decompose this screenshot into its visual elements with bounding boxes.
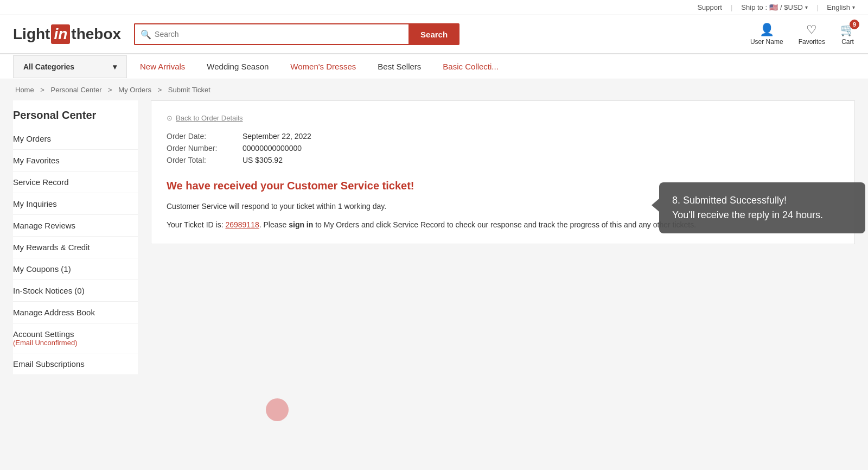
- logo-in: in: [51, 24, 70, 44]
- breadcrumb: Home > Personal Center > My Orders > Sub…: [0, 79, 868, 100]
- nav-link-wedding-season[interactable]: Wedding Season: [207, 54, 269, 79]
- user-account[interactable]: 👤 User Name: [750, 23, 783, 46]
- user-name-label: User Name: [750, 38, 783, 46]
- order-info: Order Date: September 22, 2022 Order Num…: [167, 132, 839, 164]
- favorites-label: Favorites: [799, 38, 825, 46]
- user-icon: 👤: [760, 23, 774, 37]
- all-categories-button[interactable]: All Categories ▾: [13, 55, 127, 78]
- logo[interactable]: Light in thebox: [13, 24, 121, 44]
- sidebar-item-my-orders[interactable]: My Orders: [13, 128, 138, 150]
- ship-to-selector[interactable]: Ship to : 🇺🇸 / $USD ▾: [741, 3, 808, 11]
- sidebar: Personal Center My Orders My Favorites S…: [13, 100, 138, 375]
- nav-link-best-sellers[interactable]: Best Sellers: [378, 54, 421, 79]
- nav-link-basic-collection[interactable]: Basic Collecti...: [443, 54, 499, 79]
- order-number-label: Order Number:: [167, 144, 242, 153]
- header: Light in thebox 🔍 Search 👤 User Name ♡ F…: [0, 15, 868, 54]
- breadcrumb-sep2: >: [108, 86, 114, 94]
- language-label: English: [827, 3, 850, 11]
- breadcrumb-my-orders[interactable]: My Orders: [118, 86, 151, 94]
- sidebar-item-rewards-credit[interactable]: My Rewards & Credit: [13, 237, 138, 258]
- heart-icon: ♡: [806, 23, 817, 37]
- ticket-text-after: to My Orders and click Service Record to…: [313, 220, 696, 229]
- ship-to-label: Ship to :: [741, 3, 767, 11]
- sidebar-item-account-settings[interactable]: Account Settings (Email Unconfirmed): [13, 323, 138, 353]
- search-bar: 🔍 Search: [134, 23, 459, 45]
- top-bar: Support | Ship to : 🇺🇸 / $USD ▾ | Englis…: [0, 0, 868, 15]
- header-actions: 👤 User Name ♡ Favorites 9 🛒 Cart: [750, 23, 855, 46]
- currency-chevron-icon: ▾: [805, 4, 808, 10]
- order-total-value: US $305.92: [242, 156, 283, 164]
- order-date-row: Order Date: September 22, 2022: [167, 132, 839, 141]
- back-link[interactable]: ⊙ Back to Order Details: [167, 114, 839, 122]
- language-selector[interactable]: English ▾: [827, 3, 855, 11]
- nav-bar: All Categories ▾ New Arrivals Wedding Se…: [0, 54, 868, 79]
- sidebar-item-my-inquiries[interactable]: My Inquiries: [13, 193, 138, 215]
- sidebar-item-my-coupons[interactable]: My Coupons (1): [13, 258, 138, 280]
- breadcrumb-submit-ticket: Submit Ticket: [168, 86, 210, 94]
- breadcrumb-sep1: >: [40, 86, 46, 94]
- sidebar-item-manage-reviews[interactable]: Manage Reviews: [13, 215, 138, 237]
- all-categories-chevron-icon: ▾: [113, 62, 117, 71]
- sidebar-item-in-stock-notices[interactable]: In-Stock Notices (0): [13, 280, 138, 302]
- search-input-wrapper: 🔍: [134, 23, 409, 45]
- currency-label: / $USD: [780, 3, 803, 11]
- tooltip-line1: 8. Submitted Successfully!: [672, 193, 852, 208]
- breadcrumb-home[interactable]: Home: [15, 86, 34, 94]
- order-date-value: September 22, 2022: [242, 132, 311, 141]
- logo-light: Light: [13, 26, 50, 43]
- support-link[interactable]: Support: [697, 3, 722, 11]
- flag-icon: 🇺🇸: [769, 3, 778, 11]
- cart-label: Cart: [841, 38, 854, 46]
- main-layout: Personal Center My Orders My Favorites S…: [0, 100, 868, 397]
- logo-thebox: thebox: [71, 26, 121, 43]
- cart-badge: 9: [850, 20, 859, 29]
- sidebar-title: Personal Center: [13, 100, 138, 128]
- sidebar-item-email-subscriptions[interactable]: Email Subscriptions: [13, 353, 138, 375]
- tooltip-bubble: 8. Submitted Successfully! You'll receiv…: [659, 182, 865, 233]
- order-number-row: Order Number: 00000000000000: [167, 144, 839, 153]
- ticket-text-middle: . Please: [259, 220, 289, 229]
- search-input[interactable]: [134, 23, 409, 45]
- back-arrow-icon: ⊙: [167, 114, 173, 122]
- language-chevron-icon: ▾: [852, 4, 855, 10]
- order-total-label: Order Total:: [167, 156, 242, 164]
- ticket-id-link[interactable]: 26989118: [225, 220, 259, 229]
- tooltip-arrow: [652, 199, 659, 212]
- cart-button[interactable]: 9 🛒 Cart: [840, 23, 855, 46]
- account-settings-sub: (Email Unconfirmed): [13, 339, 138, 347]
- all-categories-label: All Categories: [23, 62, 74, 71]
- nav-link-womens-dresses[interactable]: Women's Dresses: [290, 54, 356, 79]
- sign-in-link[interactable]: sign in: [289, 220, 313, 229]
- nav-links: New Arrivals Wedding Season Women's Dres…: [140, 54, 499, 79]
- ticket-text-before: Your Ticket ID is:: [167, 220, 225, 229]
- order-number-value: 00000000000000: [242, 144, 302, 153]
- order-total-row: Order Total: US $305.92: [167, 156, 839, 164]
- order-date-label: Order Date:: [167, 132, 242, 141]
- breadcrumb-personal-center[interactable]: Personal Center: [51, 86, 102, 94]
- sidebar-item-manage-address[interactable]: Manage Address Book: [13, 302, 138, 323]
- sidebar-item-service-record[interactable]: Service Record: [13, 172, 138, 193]
- divider2: |: [816, 3, 818, 11]
- support-label: Support: [697, 3, 722, 11]
- favorites-button[interactable]: ♡ Favorites: [799, 23, 825, 46]
- back-to-order-details-link[interactable]: Back to Order Details: [176, 114, 243, 122]
- content-area: ⊙ Back to Order Details Order Date: Sept…: [151, 100, 855, 244]
- tooltip-line2: You'll receive the reply in 24 hours.: [672, 208, 852, 223]
- breadcrumb-sep3: >: [158, 86, 164, 94]
- divider1: |: [731, 3, 732, 11]
- nav-link-new-arrivals[interactable]: New Arrivals: [140, 54, 185, 79]
- search-button[interactable]: Search: [409, 23, 459, 45]
- sidebar-item-my-favorites[interactable]: My Favorites: [13, 150, 138, 172]
